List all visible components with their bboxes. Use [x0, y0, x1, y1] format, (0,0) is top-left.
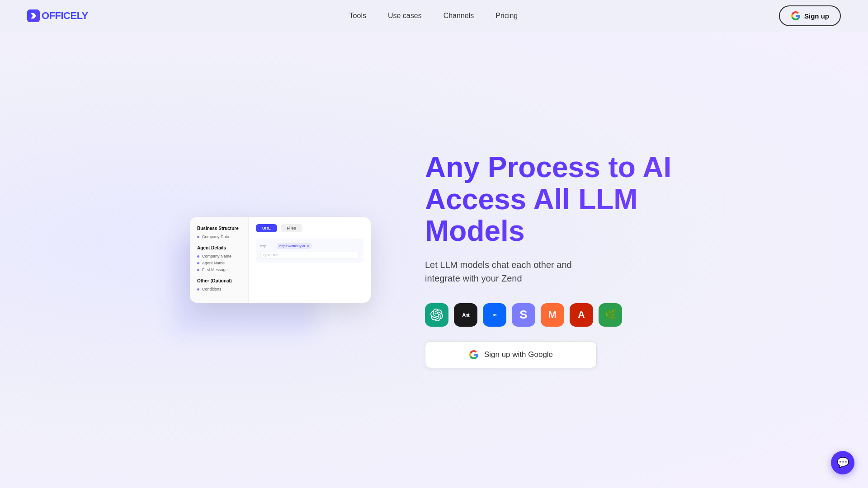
model-icon-meta: ∞ [483, 303, 506, 327]
mockup-item-first-message: First Message [197, 267, 241, 272]
logo-text: OFFICELY [42, 10, 88, 22]
nav-use-cases[interactable]: Use cases [388, 12, 422, 20]
model-icon-a: A [570, 303, 593, 327]
model-icon-g: 🌿 [599, 303, 622, 327]
mockup-url-placeholder[interactable]: Type URL [260, 252, 359, 258]
mockup-dot-5 [197, 288, 199, 291]
mockup-tab-files[interactable]: Files [281, 224, 303, 232]
mockup-item-company-name: Company Name [197, 254, 241, 258]
mockup-right-area: URL Files http https://officely.ai × Typ… [249, 217, 371, 303]
nav-signup-button[interactable]: Sign up [779, 5, 841, 26]
mockup-tab-url[interactable]: URL [256, 224, 277, 232]
mockup-left-nav: Business Structure Company Data Agent De… [190, 217, 249, 303]
mockup-sidebar: Business Structure Company Data Agent De… [190, 217, 371, 303]
ui-mockup: Business Structure Company Data Agent De… [172, 217, 371, 303]
mockup-section2-title: Agent Details [197, 245, 241, 250]
mockup-url-tag[interactable]: https://officely.ai × [277, 243, 311, 249]
google-signup-button[interactable]: Sign up with Google [425, 341, 597, 368]
mockup-input-area: http https://officely.ai × Type URL [256, 239, 363, 263]
mockup-card: Business Structure Company Data Agent De… [190, 217, 371, 303]
mockup-item-company-data: Company Data [197, 235, 241, 239]
model-icon-anthropic: Ant [454, 303, 477, 327]
mockup-tag-text: https://officely.ai [279, 244, 305, 248]
navbar: OFFICELY Tools Use cases Channels Pricin… [0, 0, 868, 32]
mockup-dot-1 [197, 236, 199, 238]
logo-icon [27, 9, 40, 22]
nav-channels[interactable]: Channels [443, 12, 474, 20]
mockup-tag-close[interactable]: × [307, 244, 309, 248]
main-content: Business Structure Company Data Agent De… [0, 32, 868, 488]
mockup-section3-title: Other (Optional) [197, 278, 241, 283]
mockup-item-agent-name: Agent Name [197, 261, 241, 265]
chat-bubble-button[interactable]: 💬 [831, 451, 854, 474]
chat-bubble-icon: 💬 [837, 457, 849, 469]
chatgpt-svg [430, 309, 443, 321]
mockup-item-conditions: Conditions [197, 287, 241, 291]
google-icon-nav [791, 11, 801, 21]
nav-tools[interactable]: Tools [349, 12, 366, 20]
mockup-dot-2 [197, 255, 199, 258]
mockup-input-row: http https://officely.ai × [260, 243, 359, 249]
model-icon-s: S [512, 303, 535, 327]
hero-title: Any Process to AI Access All LLM Models [425, 151, 696, 247]
mockup-dot-4 [197, 269, 199, 271]
mockup-section1-title: Business Structure [197, 226, 241, 231]
mockup-dot-3 [197, 262, 199, 264]
google-icon-signup [469, 350, 479, 360]
model-icon-m: M [541, 303, 564, 327]
mockup-input-label: http [260, 244, 274, 248]
nav-pricing[interactable]: Pricing [495, 12, 518, 20]
right-content: Any Process to AI Access All LLM Models … [425, 151, 696, 368]
nav-signup-label: Sign up [804, 12, 829, 20]
hero-subtitle: Let LLM models chat each other and integ… [425, 258, 696, 285]
model-icons-row: Ant ∞ S M A 🌿 [425, 303, 696, 327]
model-icon-chatgpt [425, 303, 448, 327]
logo[interactable]: OFFICELY [27, 9, 88, 22]
nav-links: Tools Use cases Channels Pricing [349, 12, 518, 20]
mockup-tabs: URL Files [256, 224, 363, 232]
google-signup-label: Sign up with Google [484, 350, 553, 359]
